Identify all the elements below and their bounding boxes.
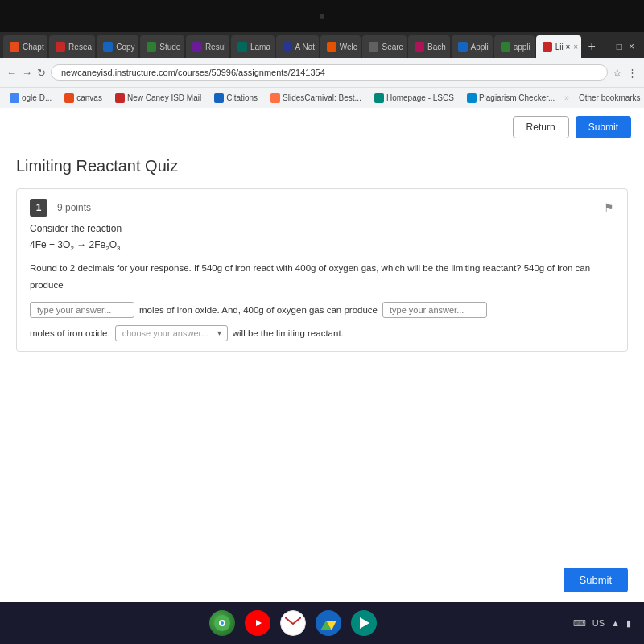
reaction-formula: 4Fe + 3O2 → 2Fe2O3 — [30, 239, 614, 252]
maximize-button[interactable]: □ — [617, 41, 622, 52]
tab-icon-1 — [56, 42, 65, 52]
tab-icon-12 — [543, 42, 552, 52]
tab-label-0: Chapt — [23, 43, 44, 52]
tab-label-1: Resea — [68, 43, 92, 52]
new-tab-button[interactable]: + — [583, 39, 600, 54]
flag-icon[interactable]: ⚑ — [604, 201, 614, 214]
answer-select-wrapper: choose your answer... iron (Fe) oxygen (… — [115, 324, 228, 341]
tab-12[interactable]: Lii × × — [536, 35, 582, 58]
forward-button[interactable]: → — [22, 67, 32, 79]
quiz-body: 1 9 points ⚑ Consider the reaction 4Fe +… — [0, 182, 644, 558]
tab-label-5: Lama — [250, 43, 270, 52]
back-button[interactable]: ← — [6, 67, 17, 79]
drive-svg — [320, 616, 336, 630]
bookmark-homepage-label: Homepage - LSCS — [386, 93, 454, 102]
tab-10[interactable]: Appli — [452, 35, 493, 58]
page-content: Return Submit Limiting Reactant Quiz 1 9… — [0, 108, 644, 602]
tab-icon-11 — [501, 42, 510, 52]
tab-0[interactable]: Chapt — [3, 35, 47, 58]
bookmark-citations-icon — [214, 93, 224, 103]
question-instruction: Round to 2 decimals for your response. I… — [30, 260, 614, 293]
tab-8[interactable]: Searc — [362, 35, 407, 58]
tab-icon-10 — [458, 42, 468, 52]
answer-row-2: moles of iron oxide. choose your answer.… — [30, 324, 614, 341]
taskbar-right: ⌨ US ▲ ▮ — [573, 618, 631, 629]
answer-input-2[interactable] — [382, 302, 487, 318]
tab-7[interactable]: Welc — [320, 35, 361, 58]
youtube-svg — [250, 617, 266, 629]
reload-button[interactable]: ↻ — [37, 67, 46, 79]
submit-bottom-button[interactable]: Submit — [564, 568, 628, 592]
tab-5[interactable]: Lama — [231, 35, 275, 58]
quiz-title: Limiting Reactant Quiz — [0, 147, 644, 182]
bookmark-homepage[interactable]: Homepage - LSCS — [371, 93, 457, 104]
close-button[interactable]: × — [629, 41, 634, 52]
bookmark-canvas[interactable]: canvas — [61, 93, 105, 104]
tab-icon-6 — [283, 42, 292, 52]
question-body: Round to 2 decimals for your response. I… — [30, 260, 614, 341]
address-bar: ← → ↻ ☆ ⋮ — [0, 58, 644, 87]
bookmark-canvas-label: canvas — [76, 93, 102, 102]
bookmark-citations-label: Citations — [226, 93, 258, 102]
tab-label-3: Stude — [159, 43, 180, 52]
bookmark-google-label: ogle D... — [22, 93, 52, 102]
submit-bottom-row: Submit — [0, 558, 644, 602]
svg-marker-9 — [360, 617, 369, 629]
question-meta: 1 9 points ⚑ — [30, 199, 614, 217]
taskbar-youtube-icon[interactable] — [245, 610, 270, 636]
tab-icon-3 — [147, 42, 156, 52]
bookmark-star-icon[interactable]: ☆ — [613, 67, 622, 79]
taskbar-apps — [13, 610, 573, 636]
bookmark-other[interactable]: Other bookmarks — [576, 93, 644, 103]
taskbar-drive-icon[interactable] — [316, 610, 341, 636]
bookmark-mail[interactable]: New Caney ISD Mail — [112, 93, 204, 104]
tab-icon-7 — [327, 42, 336, 52]
bookmark-canvas-icon — [64, 93, 74, 103]
tab-3[interactable]: Stude — [140, 35, 184, 58]
moles-text-2: moles of iron oxide. — [30, 325, 110, 342]
tab-2[interactable]: Copy — [97, 35, 138, 58]
question-number: 1 — [30, 199, 47, 217]
bookmarks-bar: ogle D... canvas New Caney ISD Mail Cita… — [0, 87, 644, 108]
tab-icon-9 — [415, 42, 424, 52]
taskbar-gmail-icon[interactable] — [280, 610, 306, 636]
bookmark-slides[interactable]: SlidesCarnival: Best... — [267, 93, 365, 104]
tab-9[interactable]: Bach — [408, 35, 450, 58]
address-input[interactable] — [51, 64, 608, 80]
tab-4[interactable]: Resul — [186, 35, 229, 58]
bookmark-mail-icon — [115, 93, 125, 103]
tab-1[interactable]: Resea — [49, 35, 95, 58]
tab-label-8: Searc — [382, 43, 402, 52]
more-options-icon[interactable]: ⋮ — [627, 67, 638, 79]
bm-separator: » — [564, 93, 569, 102]
tab-6[interactable]: A Nat — [276, 35, 319, 58]
tab-icon-0 — [10, 42, 19, 52]
limiting-reactant-select[interactable]: choose your answer... iron (Fe) oxygen (… — [115, 325, 228, 341]
tab-close-12[interactable]: × — [573, 43, 578, 52]
tab-label-7: Welc — [340, 43, 357, 52]
window-controls: — □ × — [601, 41, 641, 52]
tab-icon-8 — [369, 42, 378, 52]
taskbar-play-icon[interactable] — [351, 610, 377, 636]
bookmark-citations[interactable]: Citations — [211, 93, 261, 104]
bookmark-slides-icon — [270, 93, 280, 103]
bookmark-slides-label: SlidesCarnival: Best... — [283, 93, 361, 102]
tab-label-4: Resul — [205, 43, 226, 52]
tab-11[interactable]: appli — [494, 35, 535, 58]
other-bookmarks: Other bookmarks Rea — [576, 93, 644, 103]
bookmark-other-label: Other bookmarks — [579, 93, 641, 102]
return-button[interactable]: Return — [513, 116, 569, 138]
answer-row-1: moles of iron oxide. And, 400g of oxygen… — [30, 302, 614, 319]
question-points: 9 points — [57, 202, 91, 213]
tab-label-12: Lii × — [555, 43, 571, 52]
bookmark-google[interactable]: ogle D... — [6, 93, 55, 104]
chrome-svg — [213, 614, 231, 632]
bookmark-plagiarism[interactable]: Plagiarism Checker... — [464, 93, 558, 104]
minimize-button[interactable]: — — [601, 41, 610, 52]
tab-label-2: Copy — [116, 43, 134, 52]
answer-input-1[interactable] — [30, 302, 134, 318]
tab-icon-5 — [237, 42, 247, 52]
tab-label-6: A Nat — [295, 43, 315, 52]
taskbar-chrome-icon[interactable] — [209, 610, 235, 636]
submit-top-button[interactable]: Submit — [576, 116, 631, 138]
